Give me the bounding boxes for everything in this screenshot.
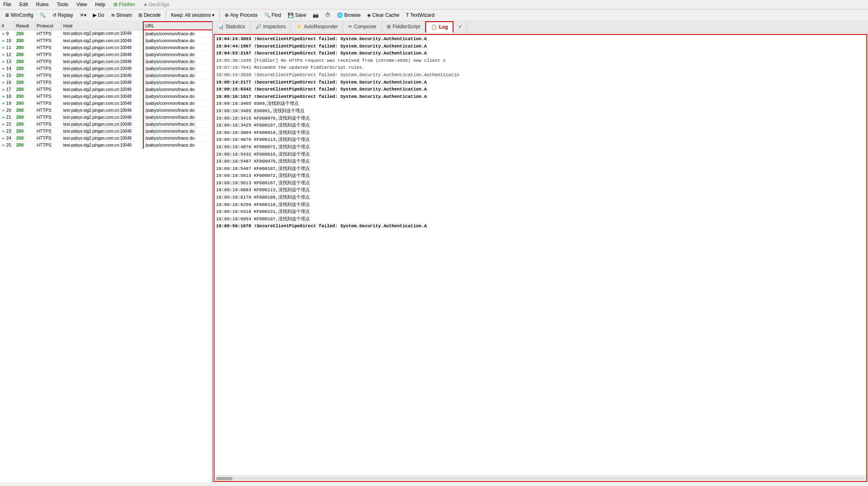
log-content[interactable]: 19:04:24:3093 !SecureClientPipeDirect fa… — [214, 35, 866, 475]
table-row[interactable]: ➤ 11200HTTPStest-pabys-stg2.pingan.com.c… — [0, 44, 212, 51]
remove-button[interactable]: ✕▾ — [77, 11, 89, 20]
cell-protocol: HTTPS — [35, 58, 61, 65]
cell-result: 200 — [14, 135, 35, 142]
cell-num: ➤ 19 — [0, 100, 14, 107]
table-row[interactable]: ➤ 15200HTTPStest-pabys-stg2.pingan.com.c… — [0, 72, 212, 79]
cell-num: ➤ 18 — [0, 93, 14, 100]
tab-extra[interactable]: ✓ — [453, 21, 468, 33]
table-row[interactable]: ➤ 19200HTTPStest-pabys-stg2.pingan.com.c… — [0, 100, 212, 107]
main-container: # Result Protocol Host URL ➤ 9200HTTPSte… — [0, 21, 868, 483]
replay-button[interactable]: ↺ Replay — [50, 11, 76, 20]
table-row[interactable]: ➤ 21200HTTPStest-pabys-stg2.pingan.com.c… — [0, 114, 212, 121]
log-line: 19:09:18:6954 KF000197,没找到这个埋点 — [216, 216, 865, 223]
cell-url: /pabys/common/trace.do — [143, 79, 212, 86]
cell-num: ➤ 9 — [0, 30, 14, 37]
screenshot-button[interactable]: 📷 — [310, 11, 322, 20]
log-line: 19:09:18:3904 KF000019,没找到这个埋点 — [216, 129, 865, 137]
timer-button[interactable]: ⏱ — [322, 11, 333, 20]
cell-num: ➤ 11 — [0, 44, 14, 51]
log-line: 19:04:53:2167 !SecureClientPipeDirect fa… — [216, 50, 865, 57]
cell-url: /pabys/common/trace.do — [143, 135, 212, 142]
menu-geoedge[interactable]: ◈ GeoEdge — [142, 1, 171, 8]
winconfig-icon: 🖥 — [5, 12, 9, 18]
table-row[interactable]: ➤ 25200HTTPStest-pabys-stg2.pingan.com.c… — [0, 142, 212, 149]
table-row[interactable]: ➤ 17200HTTPStest-pabys-stg2.pingan.com.c… — [0, 86, 212, 93]
cell-result: 200 — [14, 100, 35, 107]
log-line: 19:04:24:3093 !SecureClientPipeDirect fa… — [216, 36, 865, 43]
cell-result: 200 — [14, 72, 35, 79]
save-button[interactable]: 💾 Save — [285, 11, 309, 20]
stream-button[interactable]: ≋ Stream — [108, 11, 135, 20]
browse-button[interactable]: 🌐 Browse — [334, 11, 363, 20]
tab-autoresponder[interactable]: ⚡ AutoResponder — [291, 21, 343, 33]
menu-tools[interactable]: Tools — [55, 1, 70, 8]
cell-protocol: HTTPS — [35, 86, 61, 93]
any-process-button[interactable]: ⊕ Any Process — [222, 11, 260, 20]
table-row[interactable]: ➤ 23200HTTPStest-pabys-stg2.pingan.com.c… — [0, 128, 212, 135]
log-line: 19:09:18:3415 KF000070,没找到这个埋点 — [216, 115, 865, 122]
stream-toggle-icon[interactable]: 🔍 — [37, 11, 49, 20]
table-row[interactable]: ➤ 24200HTTPStest-pabys-stg2.pingan.com.c… — [0, 135, 212, 142]
cell-protocol: HTTPS — [35, 37, 61, 44]
cell-result: 200 — [14, 93, 35, 100]
log-line: 19:09:18:3405 0309,没找到这个埋点 — [216, 100, 865, 108]
autoresponder-icon: ⚡ — [296, 24, 302, 29]
log-scrollbar[interactable] — [214, 475, 866, 481]
tab-statistics[interactable]: 📊 Statistics — [213, 21, 250, 33]
cell-protocol: HTTPS — [35, 44, 61, 51]
clear-cache-button[interactable]: ◈ Clear Cache — [364, 11, 402, 20]
cell-result: 200 — [14, 142, 35, 149]
menu-file[interactable]: File — [2, 1, 13, 8]
tab-fiddlerscript[interactable]: ⊞ FiddlerScript — [382, 21, 425, 33]
find-icon: 🔍 — [264, 12, 271, 18]
decode-icon: ⊞ — [138, 12, 142, 18]
session-table-body: ➤ 9200HTTPStest-pabys-stg2.pingan.com.cn… — [0, 30, 212, 149]
cell-host: test-pabys-stg2.pingan.com.cn:10048 — [61, 51, 143, 58]
table-row[interactable]: ➤ 20200HTTPStest-pabys-stg2.pingan.com.c… — [0, 107, 212, 114]
menu-edit[interactable]: Edit — [18, 1, 29, 8]
menu-help[interactable]: Help — [94, 1, 107, 8]
cell-protocol: HTTPS — [35, 128, 61, 135]
table-row[interactable]: ➤ 9200HTTPStest-pabys-stg2.pingan.com.cn… — [0, 30, 212, 37]
table-row[interactable]: ➤ 14200HTTPStest-pabys-stg2.pingan.com.c… — [0, 65, 212, 72]
cell-result: 200 — [14, 79, 35, 86]
go-button[interactable]: ▶ Go — [90, 11, 107, 20]
cell-result: 200 — [14, 128, 35, 135]
menu-rules[interactable]: Rules — [34, 1, 50, 8]
tab-inspectors[interactable]: 🔎 Inspectors — [250, 21, 291, 33]
cell-host: test-pabys-stg2.pingan.com.cn:10048 — [61, 142, 143, 149]
keep-sessions-button[interactable]: Keep: All sessions ▾ — [168, 11, 217, 20]
cell-protocol: HTTPS — [35, 135, 61, 142]
cell-protocol: HTTPS — [35, 107, 61, 114]
cell-protocol: HTTPS — [35, 114, 61, 121]
tab-composer[interactable]: ✏ Composer — [343, 21, 382, 33]
winconfig-button[interactable]: 🖥 WinConfig — [2, 11, 36, 20]
cell-host: test-pabys-stg2.pingan.com.cn:10048 — [61, 86, 143, 93]
table-row[interactable]: ➤ 13200HTTPStest-pabys-stg2.pingan.com.c… — [0, 58, 212, 65]
menu-fiddler[interactable]: ⊞ Fiddler — [112, 1, 137, 8]
table-row[interactable]: ➤ 12200HTTPStest-pabys-stg2.pingan.com.c… — [0, 51, 212, 58]
log-line: 19:09:18:6178 KF000189,没找到这个埋点 — [216, 194, 865, 201]
cell-result: 200 — [14, 107, 35, 114]
menu-view[interactable]: View — [75, 1, 89, 8]
cell-host: test-pabys-stg2.pingan.com.cn:10048 — [61, 128, 143, 135]
decode-button[interactable]: ⊞ Decode — [135, 11, 163, 20]
cell-num: ➤ 24 — [0, 135, 14, 142]
table-row[interactable]: ➤ 16200HTTPStest-pabys-stg2.pingan.com.c… — [0, 79, 212, 86]
tab-log[interactable]: 📋 Log — [425, 21, 453, 33]
cell-num: ➤ 16 — [0, 79, 14, 86]
session-table-header: # Result Protocol Host URL — [0, 22, 212, 30]
find-button[interactable]: 🔍 Find — [262, 11, 284, 20]
cell-host: test-pabys-stg2.pingan.com.cn:10048 — [61, 93, 143, 100]
col-header-protocol: Protocol — [35, 22, 61, 30]
cell-host: test-pabys-stg2.pingan.com.cn:10048 — [61, 100, 143, 107]
table-row[interactable]: ➤ 18200HTTPStest-pabys-stg2.pingan.com.c… — [0, 93, 212, 100]
table-row[interactable]: ➤ 10200HTTPStest-pabys-stg2.pingan.com.c… — [0, 37, 212, 44]
col-header-result: Result — [14, 22, 35, 30]
cell-host: test-pabys-stg2.pingan.com.cn:10048 — [61, 79, 143, 86]
table-row[interactable]: ➤ 22200HTTPStest-pabys-stg2.pingan.com.c… — [0, 121, 212, 128]
textwizard-button[interactable]: T TextWizard — [403, 11, 437, 20]
session-scroll[interactable]: # Result Protocol Host URL ➤ 9200HTTPSte… — [0, 21, 212, 483]
cell-result: 200 — [14, 44, 35, 51]
log-line: 19:09:14:2177 !SecureClientPipeDirect fa… — [216, 79, 865, 86]
